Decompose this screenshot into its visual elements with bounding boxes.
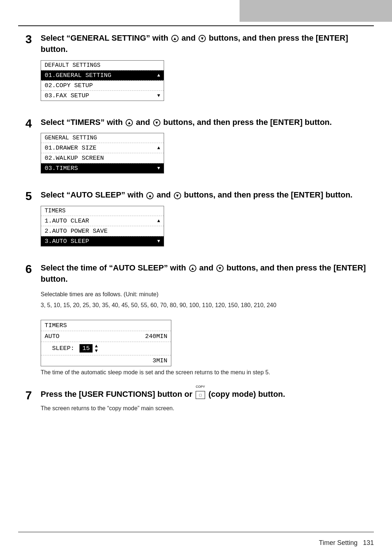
up-arrow-icon: ▲ [189, 265, 196, 272]
step-4-title: Select “TIMERS” with ▲ and ▼ buttons, an… [41, 117, 370, 128]
menu-row-auto-sleep: 3.AUTO SLEEP ▼ [41, 236, 164, 246]
step-6-sleep-menu: TIMERS AUTO 240MIN SLEEP: 15 ▲ ▼ [41, 320, 171, 366]
top-rule [18, 25, 374, 26]
step-6-subtext2: 3, 5, 10, 15, 20, 25, 30, 35, 40, 45, 50… [41, 301, 370, 310]
step-7-number: 7 [25, 390, 41, 412]
step-3: 3 Select “GENERAL SETTING” with ▲ and ▼ … [25, 33, 370, 104]
step-4-number: 4 [25, 118, 41, 177]
bottom-rule [18, 532, 374, 532]
menu-row-walkup-screen: 02.WALKUP SCREEN [41, 153, 164, 163]
sleep-row-sleep: SLEEP: 15 ▲ ▼ [41, 342, 171, 355]
step-4-menu: GENERAL SETTING 01.DRAWER SIZE ▲ 02.WALK… [41, 133, 164, 174]
step-7: 7 Press the [USER FUNCTIONS] button or C… [25, 389, 370, 412]
step-5: 5 Select “AUTO SLEEP” with ▲ and ▼ butto… [25, 190, 370, 249]
content: 3 Select “GENERAL SETTING” with ▲ and ▼ … [25, 33, 370, 425]
step-3-body: Select “GENERAL SETTING” with ▲ and ▼ bu… [41, 33, 370, 104]
up-arrow-icon: ▲ [146, 192, 154, 199]
step-6-note: The time of the automatic sleep mode is … [41, 369, 370, 376]
sleep-value-3min: 3MIN [152, 357, 167, 364]
step-6-title: Select the time of “AUTO SLEEP” with ▲ a… [41, 262, 370, 285]
up-arrow-icon: ▲ [171, 35, 179, 42]
footer-label: Timer Setting [319, 539, 358, 547]
step-5-number: 5 [25, 190, 41, 249]
menu-row-timers: 03.TIMERS ▼ [41, 163, 164, 173]
down-arrow-icon: ▼ [174, 192, 181, 199]
step-3-menu: DEFAULT SETTINGS 01.GENERAL SETTING ▲ 02… [41, 60, 164, 101]
step-7-note: The screen returns to the “copy mode” ma… [41, 405, 370, 412]
menu-header: DEFAULT SETTINGS [41, 61, 164, 70]
step-6-subtext1: Selectable times are as follows. (Unit: … [41, 290, 370, 299]
page: 3 Select “GENERAL SETTING” with ▲ and ▼ … [0, 0, 392, 554]
sleep-menu-header: TIMERS [41, 320, 171, 331]
menu-header: TIMERS [41, 206, 164, 216]
footer-page-number: 131 [363, 539, 374, 547]
down-arrow-icon: ▼ [153, 119, 160, 126]
menu-header: GENERAL SETTING [41, 133, 164, 143]
step-4: 4 Select “TIMERS” with ▲ and ▼ buttons, … [25, 117, 370, 177]
step-5-body: Select “AUTO SLEEP” with ▲ and ▼ buttons… [41, 190, 370, 249]
down-arrow-icon: ▼ [199, 35, 206, 42]
step-7-body: Press the [USER FUNCTIONS] button or COP… [41, 389, 370, 412]
menu-row-copy-setup: 02.COPY SETUP [41, 81, 164, 91]
footer: Timer Setting 131 [18, 539, 374, 547]
step-5-menu: TIMERS 1.AUTO CLEAR ▲ 2.AUTO POWER SAVE … [41, 206, 164, 247]
menu-row-drawer-size: 01.DRAWER SIZE ▲ [41, 143, 164, 153]
top-bar [240, 0, 392, 22]
step-4-body: Select “TIMERS” with ▲ and ▼ buttons, an… [41, 117, 370, 177]
step-6: 6 Select the time of “AUTO SLEEP” with ▲… [25, 262, 370, 376]
step-5-title: Select “AUTO SLEEP” with ▲ and ▼ buttons… [41, 190, 370, 201]
sleep-adjust-arrows: ▲ ▼ [95, 344, 98, 353]
sleep-label-sleep: SLEEP: [45, 345, 77, 352]
menu-row-auto-clear: 1.AUTO CLEAR ▲ [41, 216, 164, 226]
sleep-current-value: 15 [79, 344, 93, 353]
menu-row-auto-power-save: 2.AUTO POWER SAVE [41, 226, 164, 236]
step-3-number: 3 [25, 33, 41, 104]
copy-button-icon: □ [196, 391, 205, 399]
sleep-row-auto: AUTO 240MIN [41, 331, 171, 342]
sleep-row-3min: 3MIN [41, 355, 171, 366]
step-3-title: Select “GENERAL SETTING” with ▲ and ▼ bu… [41, 33, 370, 55]
copy-label-top: COPY [196, 384, 205, 389]
step-7-title: Press the [USER FUNCTIONS] button or COP… [41, 389, 370, 400]
down-arrow-icon: ▼ [216, 265, 224, 272]
up-arrow-icon: ▲ [126, 119, 133, 126]
menu-row-fax-setup: 03.FAX SETUP ▼ [41, 91, 164, 101]
step-6-body: Select the time of “AUTO SLEEP” with ▲ a… [41, 262, 370, 376]
step-6-number: 6 [25, 263, 41, 376]
menu-row-general-setting: 01.GENERAL SETTING ▲ [41, 70, 164, 81]
sleep-label-auto: AUTO [45, 333, 74, 340]
sleep-value-240min: 240MIN [145, 333, 167, 340]
